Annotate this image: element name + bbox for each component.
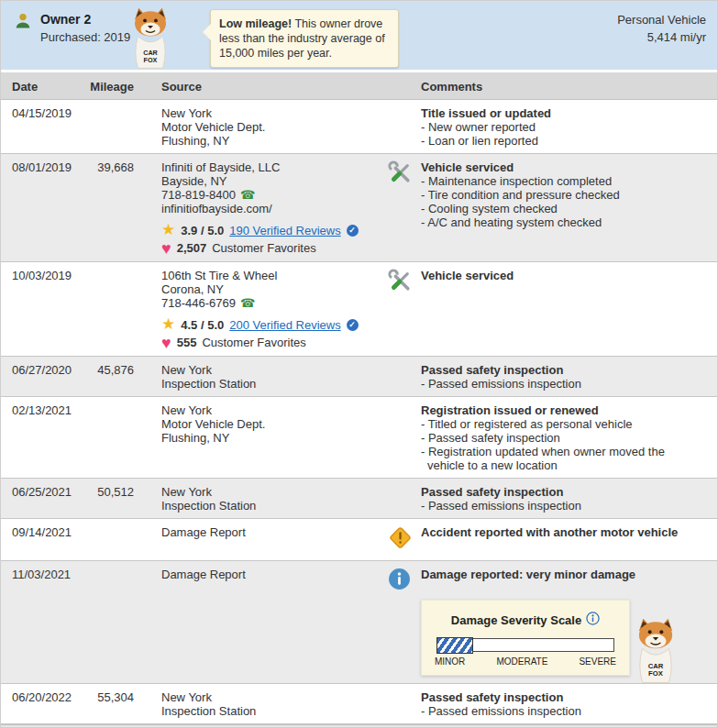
low-mileage-tooltip: Low mileage! This owner drove less than …: [210, 9, 399, 68]
source-line: Motor Vehicle Dept.: [161, 417, 386, 431]
favorites-count: 2,507: [177, 241, 207, 255]
heart-icon: ♥: [161, 241, 171, 256]
severity-label-severe: SEVERE: [579, 656, 616, 667]
history-rows: 04/15/2019 New YorkMotor Vehicle Dept.Fl…: [1, 100, 717, 724]
favorites-count: 555: [177, 336, 197, 349]
comment-detail: - Passed safety inspection: [421, 431, 702, 445]
source-website: infinitiofbayside.com/: [161, 202, 386, 215]
severity-label-moderate: MODERATE: [496, 656, 547, 667]
mileage-cell: [90, 269, 161, 350]
heart-icon: ♥: [161, 336, 171, 350]
comments-cell: Passed safety inspection - Passed emissi…: [421, 690, 704, 718]
dealer-rating: ★ 3.9 / 5.0 190 Verified Reviews ✓: [161, 223, 386, 237]
verified-reviews-link[interactable]: 200 Verified Reviews: [229, 318, 340, 332]
comment-icon-cell: [386, 485, 421, 513]
comments-cell: Registration issued or renewed - Titled …: [421, 403, 704, 472]
vehicle-usage-summary: Personal Vehicle 5,414 mi/yr: [617, 11, 706, 46]
source-line: Bayside, NY: [161, 174, 386, 188]
rating-score: 3.9 / 5.0: [181, 224, 224, 237]
comment-detail: - A/C and heating system checked: [421, 215, 702, 229]
carfax-fox-mascot: CAR FOX: [629, 616, 682, 686]
comment-icon-cell: [386, 106, 421, 148]
source-cell: New YorkMotor Vehicle Dept.Flushing, NY: [161, 106, 386, 148]
source-line: New York: [161, 363, 386, 377]
comment-title: Passed safety inspection: [421, 363, 702, 377]
carfax-fox-mascot: CAR FOX: [121, 7, 180, 70]
comments-cell: Vehicle serviced - Maintenance inspectio…: [421, 160, 704, 256]
table-header: Date Mileage Source Comments: [1, 72, 717, 100]
comment-icon-cell: [386, 403, 421, 472]
verified-badge-icon: ✓: [347, 225, 359, 237]
carfax-fox-mascot: CAR FOX: [121, 7, 180, 70]
date-cell: 08/01/2019: [12, 160, 90, 256]
column-header-source: Source: [161, 80, 386, 94]
date-cell: 04/15/2019: [12, 106, 90, 148]
phone-icon[interactable]: ☎: [240, 188, 255, 202]
comment-detail: - Passed emissions inspection: [421, 704, 702, 718]
comment-title: Damage reported: very minor damage: [421, 568, 702, 581]
source-line: 106th St Tire & Wheel: [161, 269, 386, 282]
comment-detail: - Passed emissions inspection: [421, 377, 702, 391]
mileage-cell: [90, 525, 161, 555]
source-line: Inspection Station: [161, 704, 386, 718]
service-wrench-icon: [388, 174, 413, 188]
source-cell: New YorkInspection Station: [161, 485, 386, 513]
mileage-cell: 50,512: [90, 485, 161, 513]
comment-icon-cell: [386, 568, 421, 678]
mileage-cell: [90, 568, 161, 678]
comment-icon-cell: [386, 160, 421, 256]
comment-title: Vehicle serviced: [421, 160, 702, 174]
comments-cell: Accident reported with another motor veh…: [421, 525, 704, 555]
source-line: Flushing, NY: [161, 431, 386, 445]
source-cell: Damage Report: [161, 525, 386, 555]
verified-reviews-link[interactable]: 190 Verified Reviews: [229, 224, 340, 237]
date-cell: 02/13/2021: [12, 403, 90, 472]
damage-info-icon: [388, 579, 411, 593]
date-cell: 09/14/2021: [12, 525, 90, 555]
damage-severity-panel: Damage Severity Scale MINOR MODERATE SEV…: [421, 600, 630, 676]
comment-detail: - New owner reported: [421, 120, 702, 134]
mileage-cell: [90, 106, 161, 148]
verified-badge-icon: ✓: [347, 319, 359, 331]
favorites-label: Customer Favorites: [202, 336, 305, 349]
vehicle-type: Personal Vehicle: [617, 11, 706, 28]
customer-favorites: ♥ 555 Customer Favorites: [161, 335, 386, 350]
date-cell: 10/03/2019: [12, 269, 90, 350]
source-line: Damage Report: [161, 525, 386, 539]
source-cell: Damage Report: [161, 568, 386, 678]
rating-score: 4.5 / 5.0: [181, 318, 224, 332]
comment-title: Accident reported with another motor veh…: [421, 525, 702, 539]
source-phone: 718-446-6769☎: [161, 296, 386, 310]
owner-header: Owner 2 Purchased: 2019 CAR FOX Low mile…: [1, 1, 717, 70]
source-line: New York: [161, 485, 386, 499]
svg-text:FOX: FOX: [144, 55, 158, 63]
table-row: 09/14/2021 Damage Report Accident report…: [1, 519, 717, 561]
source-line: New York: [161, 106, 386, 120]
comment-detail: - Tire condition and pressure checked: [421, 188, 702, 202]
severity-bar-fill: [436, 637, 473, 654]
owner-purchased: Purchased: 2019: [40, 30, 130, 44]
severity-info-icon[interactable]: [586, 612, 600, 629]
source-line: Inspection Station: [161, 499, 386, 513]
table-row: 10/03/2019 106th St Tire & WheelCorona, …: [1, 262, 717, 357]
source-line: Corona, NY: [161, 282, 386, 296]
comments-cell: Passed safety inspection - Passed emissi…: [421, 363, 704, 391]
comment-detail: - Registration updated when owner moved …: [421, 445, 702, 472]
comment-icon-cell: [386, 525, 421, 555]
svg-text:FOX: FOX: [648, 669, 664, 678]
comment-title: Title issued or updated: [421, 106, 702, 120]
carfax-owner-history-section: Owner 2 Purchased: 2019 CAR FOX Low mile…: [0, 0, 718, 728]
phone-icon[interactable]: ☎: [240, 296, 255, 310]
accident-alert-icon: [388, 539, 413, 553]
date-cell: 11/03/2021: [12, 568, 90, 678]
source-phone: 718-819-8400☎: [161, 188, 386, 202]
carfax-fox-mascot: CAR FOX: [629, 616, 682, 686]
source-line: Motor Vehicle Dept.: [161, 120, 386, 134]
comments-cell: Passed safety inspection - Passed emissi…: [421, 485, 704, 513]
source-line: New York: [161, 403, 386, 417]
column-header-mileage: Mileage: [90, 80, 161, 94]
comment-detail: - Loan or lien reported: [421, 134, 702, 148]
mileage-cell: 39,668: [90, 160, 161, 256]
damage-severity-title: Damage Severity Scale: [435, 612, 616, 629]
comments-cell: Vehicle serviced: [421, 269, 704, 350]
